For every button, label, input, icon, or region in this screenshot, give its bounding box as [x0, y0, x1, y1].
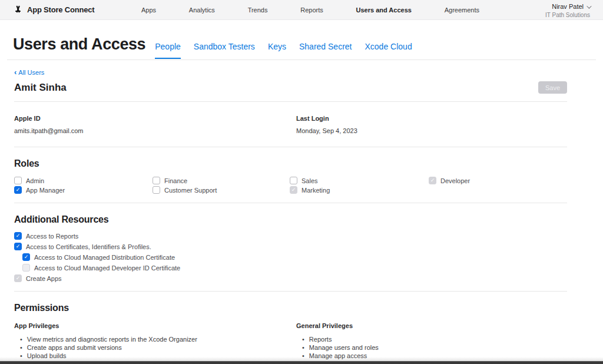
nav-item-trends[interactable]: Trends — [248, 6, 268, 14]
account-menu[interactable]: Nirav Patel IT Path Solutions — [515, 0, 603, 19]
privilege-text: Reports — [309, 335, 332, 343]
tab-bar: PeopleSandbox TestersKeysShared SecretXc… — [155, 42, 412, 52]
chevron-left-icon: ‹ — [14, 70, 16, 75]
user-name-heading: Amit Sinha — [14, 82, 67, 94]
page-header: Users and Access PeopleSandbox TestersKe… — [7, 20, 596, 60]
last-login-block: Last Login Monday, Sep 4, 2023 — [296, 115, 567, 134]
brand[interactable]: App Store Connect — [0, 5, 124, 15]
permissions-heading: Permissions — [14, 303, 567, 313]
account-name: Nirav Patel — [552, 3, 584, 11]
checkbox-finance[interactable] — [153, 177, 160, 184]
roles-column-1: AdminApp Manager — [14, 177, 153, 196]
checkbox-label-access-to-cloud-managed-distribution-certificate: Access to Cloud Managed Distribution Cer… — [34, 254, 175, 261]
roles-heading: Roles — [14, 158, 567, 169]
last-login-label: Last Login — [296, 115, 567, 122]
apple-id-value: amits.itpath@gmail.com — [14, 127, 296, 134]
nav-item-users-and-access[interactable]: Users and Access — [356, 6, 412, 14]
privilege-item: •Reports — [296, 335, 567, 343]
checkbox-admin[interactable] — [14, 177, 22, 184]
checkbox-row-marketing: Marketing — [290, 186, 429, 194]
page-title: Users and Access — [13, 35, 145, 54]
chevron-down-icon — [587, 4, 591, 8]
nav-menu: AppsAnalyticsTrendsReportsUsers and Acce… — [124, 6, 515, 14]
checkbox-developer — [429, 177, 436, 184]
checkbox-access-to-reports[interactable] — [14, 232, 22, 240]
checkbox-row-finance: Finance — [153, 177, 290, 184]
apple-id-label: Apple ID — [14, 115, 296, 122]
additional-resources-list: Access to ReportsAccess to Certificates,… — [14, 232, 567, 291]
privileges-title-app-privileges: App Privileges — [14, 322, 296, 329]
top-navigation-bar: App Store Connect AppsAnalyticsTrendsRep… — [0, 0, 603, 20]
roles-checkbox-grid: AdminApp ManagerFinanceCustomer SupportS… — [14, 177, 567, 203]
checkbox-label-marketing: Marketing — [302, 187, 330, 194]
checkbox-sales[interactable] — [290, 177, 297, 184]
brand-name: App Store Connect — [27, 5, 94, 14]
nav-item-agreements[interactable]: Agreements — [445, 6, 479, 14]
additional-resources-heading: Additional Resources — [14, 214, 567, 225]
checkbox-row-sales: Sales — [290, 177, 429, 184]
checkbox-label-finance: Finance — [164, 177, 187, 184]
app-store-connect-window: App Store Connect AppsAnalyticsTrendsRep… — [0, 0, 603, 364]
checkbox-label-access-to-certificates-identifiers-profiles: Access to Certificates, Identifiers & Pr… — [26, 243, 151, 250]
checkbox-marketing — [290, 186, 297, 194]
privileges-title-general-privileges: General Privileges — [296, 322, 567, 329]
privilege-text: Create apps and submit versions — [27, 343, 122, 352]
bullet-icon: • — [20, 335, 22, 343]
checkbox-label-create-apps: Create Apps — [26, 275, 62, 282]
checkbox-label-sales: Sales — [302, 177, 318, 184]
app-store-connect-logo-icon — [13, 5, 23, 15]
checkbox-row-customer-support: Customer Support — [153, 186, 290, 194]
roles-column-2: FinanceCustomer Support — [153, 177, 290, 196]
checkbox-access-to-certificates-identifiers-profiles[interactable] — [14, 243, 22, 250]
privilege-text: Manage users and roles — [309, 343, 379, 352]
nav-item-reports[interactable]: Reports — [300, 6, 323, 14]
account-org: IT Path Solutions — [515, 12, 590, 19]
window-edge-shadow — [0, 357, 603, 361]
checkbox-row-create-apps: Create Apps — [14, 274, 567, 282]
window-bottom-edge — [0, 361, 603, 364]
privilege-item: •View metrics and diagnostic reports in … — [14, 335, 296, 343]
roles-column-3: SalesMarketing — [290, 177, 429, 196]
checkbox-label-customer-support: Customer Support — [164, 187, 217, 194]
bullet-icon: • — [302, 343, 304, 352]
checkbox-label-access-to-cloud-managed-developer-id-certificate: Access to Cloud Managed Developer ID Cer… — [34, 264, 180, 272]
save-button[interactable]: Save — [538, 81, 567, 94]
bullet-icon: • — [20, 343, 22, 352]
checkbox-row-admin: Admin — [14, 177, 153, 184]
breadcrumb-label: All Users — [18, 69, 44, 76]
breadcrumb-all-users[interactable]: ‹ All Users — [14, 69, 44, 76]
tab-sandbox-testers[interactable]: Sandbox Testers — [194, 42, 255, 58]
checkbox-customer-support[interactable] — [153, 186, 160, 194]
last-login-value: Monday, Sep 4, 2023 — [296, 127, 567, 134]
checkbox-row-app-manager: App Manager — [14, 186, 153, 194]
apple-id-block: Apple ID amits.itpath@gmail.com — [14, 115, 296, 134]
tab-people[interactable]: People — [155, 42, 181, 59]
tab-shared-secret[interactable]: Shared Secret — [299, 42, 352, 58]
nav-item-analytics[interactable]: Analytics — [189, 6, 215, 14]
tab-keys[interactable]: Keys — [268, 42, 286, 58]
checkbox-label-access-to-reports: Access to Reports — [26, 233, 78, 240]
account-info-section: Apple ID amits.itpath@gmail.com Last Log… — [14, 102, 567, 147]
user-header-row: Amit Sinha Save — [14, 81, 567, 102]
checkbox-row-access-to-reports: Access to Reports — [14, 232, 567, 240]
checkbox-label-admin: Admin — [26, 177, 44, 184]
checkbox-label-app-manager: App Manager — [26, 187, 65, 194]
permissions-section: Permissions App Privileges•View metrics … — [14, 292, 567, 364]
checkbox-app-manager[interactable] — [14, 186, 22, 194]
nav-item-apps[interactable]: Apps — [141, 6, 156, 14]
roles-section: Roles AdminApp ManagerFinanceCustomer Su… — [14, 147, 567, 203]
roles-column-4: Developer — [429, 177, 567, 196]
checkbox-access-to-cloud-managed-developer-id-certificate — [22, 264, 30, 272]
additional-resources-section: Additional Resources Access to ReportsAc… — [14, 203, 567, 292]
bullet-icon: • — [302, 335, 304, 343]
checkbox-access-to-cloud-managed-distribution-certificate[interactable] — [22, 253, 30, 261]
privilege-text: View metrics and diagnostic reports in t… — [27, 335, 197, 343]
checkbox-label-developer: Developer — [440, 177, 470, 184]
privilege-item: •Create apps and submit versions — [14, 343, 296, 352]
checkbox-row-access-to-cloud-managed-distribution-certificate: Access to Cloud Managed Distribution Cer… — [22, 253, 567, 261]
checkbox-row-access-to-certificates-identifiers-profiles: Access to Certificates, Identifiers & Pr… — [14, 243, 567, 250]
main-content: ‹ All Users Amit Sinha Save Apple ID ami… — [14, 60, 567, 364]
tab-xcode-cloud[interactable]: Xcode Cloud — [365, 42, 412, 58]
privilege-item: •Manage users and roles — [296, 343, 567, 352]
checkbox-row-developer: Developer — [429, 177, 567, 184]
